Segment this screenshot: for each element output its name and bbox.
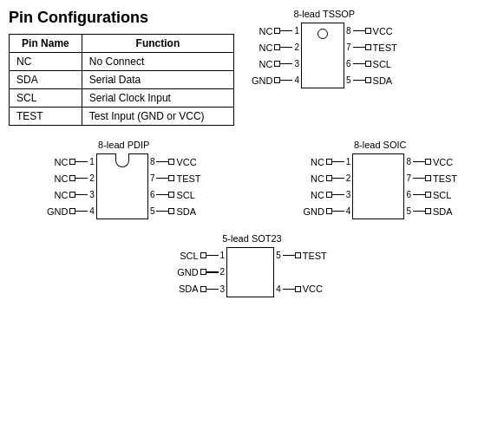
pin-row-left: NC3: [311, 187, 352, 203]
left-pins: NC1NC2NC3GND4: [252, 23, 301, 88]
sot23-title: 5-lead SOT23: [222, 233, 281, 244]
col-header-function: Function: [82, 35, 233, 53]
pin-row-left: NC3: [54, 187, 95, 203]
pin-row-right: 6SCL: [148, 187, 195, 203]
pin-row-right: 7TEST: [404, 171, 457, 186]
ic-body: [301, 23, 344, 88]
col-header-pin: Pin Name: [10, 35, 82, 53]
pin-row-left: GND4: [252, 73, 301, 88]
pin-config-table: Pin Name Function NCNo ConnectSDASerial …: [9, 34, 234, 126]
pin-row-left: GND4: [47, 204, 96, 219]
ic-body: [96, 153, 148, 219]
table-row: NCNo Connect: [10, 53, 234, 71]
pin-row-right: 5TEST: [274, 248, 327, 264]
pin-row-left: GND2: [177, 264, 226, 280]
right-pins: 8VCC7TEST6SCL5SDA: [344, 23, 397, 88]
pin-row-right: 5SDA: [404, 204, 452, 219]
soic-title: 8-lead SOIC: [354, 140, 407, 150]
right-pins: 5TEST4VCC: [274, 247, 327, 297]
tssop-package: 8-lead TSSOP NC1NC2NC3GND48VCC7TEST6SCL5…: [252, 9, 397, 126]
pin-row-left: NC3: [259, 56, 301, 72]
pin-row-right: 6SCL: [344, 56, 391, 72]
table-row: TESTTest Input (GND or VCC): [10, 108, 234, 126]
pin-row-right: 8VCC: [148, 154, 197, 170]
pin-row-right: 7TEST: [344, 40, 397, 55]
right-pins: 8VCC7TEST6SCL5SDA: [404, 153, 457, 219]
left-pins: SCL1GND2SDA3: [177, 247, 226, 297]
pin-row-left: NC2: [259, 40, 301, 55]
pin-row-left: SDA3: [179, 281, 226, 297]
left-pins: NC1NC2NC3GND4: [303, 153, 352, 219]
page-title: Pin Configurations: [9, 9, 234, 27]
pin-row-left: NC2: [311, 171, 352, 186]
pin-row-right: 8VCC: [404, 154, 453, 170]
right-pins: 8VCC7TEST6SCL5SDA: [148, 153, 201, 219]
pin-row-left: GND4: [303, 204, 352, 219]
pin-row-right: 7TEST: [148, 171, 201, 186]
soic-package: 8-lead SOIC NC1NC2NC3GND48VCC7TEST6SCL5S…: [303, 140, 457, 219]
tssop-title: 8-lead TSSOP: [293, 9, 355, 19]
table-row: SCLSerial Clock Input: [10, 89, 234, 108]
pdip-package: 8-lead PDIP NC1NC2NC3GND48VCC7TEST6SCL5S…: [47, 140, 201, 219]
ic-body: [226, 247, 274, 297]
ic-body: [352, 153, 404, 219]
pin-row-right: 5SDA: [344, 73, 392, 88]
sot23-package: 5-lead SOT23 SCL1GND2SDA35TEST4VCC: [177, 233, 327, 297]
table-row: SDASerial Data: [10, 71, 234, 89]
pin-row-right: 6SCL: [404, 187, 451, 203]
pin-row-right: 8VCC: [344, 23, 393, 39]
left-pins: NC1NC2NC3GND4: [47, 153, 96, 219]
pin-row-right: 5SDA: [148, 204, 196, 219]
pin-row-right: 4VCC: [274, 281, 323, 297]
pin-row-left: NC1: [54, 154, 95, 170]
pin-row-left: NC1: [259, 23, 301, 39]
pin-row-left: NC1: [311, 154, 352, 170]
pin-row-left: SCL1: [180, 248, 226, 264]
pdip-title: 8-lead PDIP: [98, 140, 149, 150]
pin-row-left: NC2: [54, 171, 95, 186]
